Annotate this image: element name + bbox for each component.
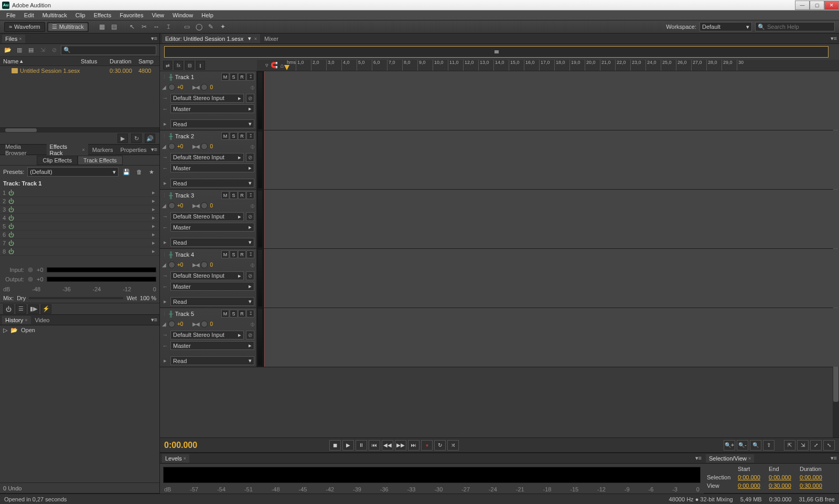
fx-slot[interactable]: 2 ⏻ ▸ <box>0 197 159 205</box>
panel-menu-icon[interactable]: ▾≡ <box>831 455 839 462</box>
delete-preset-icon[interactable]: 🗑 <box>134 167 144 177</box>
brush-tool-icon[interactable]: ✎ <box>206 22 216 32</box>
spot-heal-tool-icon[interactable]: ✦ <box>218 22 228 32</box>
forward-button[interactable]: ▶▶ <box>395 440 406 451</box>
automation-dropdown[interactable]: Read▾ <box>170 238 254 247</box>
fx-slot-power-icon[interactable]: ⏻ <box>8 248 17 255</box>
track-name[interactable]: Track 3 <box>175 192 219 199</box>
monitor-button[interactable]: 𝙸 <box>246 132 254 140</box>
tab-levels[interactable]: Levels× <box>162 454 189 463</box>
new-file-icon[interactable]: ▥ <box>15 46 24 55</box>
subtab-track-effects[interactable]: Track Effects <box>78 156 123 165</box>
input-mute-icon[interactable]: ⊘ <box>246 271 254 280</box>
rewind-button[interactable]: ◀◀ <box>382 440 393 451</box>
input-dropdown[interactable]: Default Stereo Input▸ <box>170 271 244 280</box>
tab-markers[interactable]: Markers <box>89 146 116 154</box>
automation-expand-icon[interactable]: ▸ <box>162 120 168 127</box>
arm-record-button[interactable]: R <box>238 132 246 140</box>
solo-button[interactable]: S <box>230 310 238 317</box>
output-dropdown[interactable]: Master▸ <box>170 163 254 172</box>
menu-view[interactable]: View <box>147 12 168 18</box>
automation-expand-icon[interactable]: ▸ <box>162 180 168 187</box>
volume-knob[interactable] <box>168 261 175 268</box>
insert-icon[interactable]: ⇲ <box>38 46 47 55</box>
zoom-in-track-button[interactable]: ⇱ <box>784 440 795 451</box>
volume-value[interactable]: +0 <box>177 144 183 149</box>
volume-value[interactable]: +0 <box>177 203 183 209</box>
automation-dropdown[interactable]: Read▾ <box>170 119 254 128</box>
output-dropdown[interactable]: Master▸ <box>170 104 254 113</box>
output-dropdown[interactable]: Master▸ <box>170 282 254 291</box>
mute-button[interactable]: M <box>221 73 229 81</box>
volume-value[interactable]: +0 <box>177 262 183 268</box>
fx-list-button[interactable]: ☰ <box>16 304 26 314</box>
mute-button[interactable]: M <box>221 250 229 258</box>
chevron-right-icon[interactable]: ▸ <box>152 198 159 204</box>
volume-knob[interactable] <box>168 143 175 150</box>
solo-button[interactable]: S <box>230 250 238 258</box>
fx-slot-power-icon[interactable]: ⏻ <box>8 198 17 204</box>
slip-tool-icon[interactable]: ↔ <box>152 22 162 32</box>
fx-bypass-button[interactable]: ⚡ <box>41 304 51 314</box>
volume-knob[interactable] <box>168 321 175 327</box>
automation-expand-icon[interactable]: ▸ <box>162 298 168 305</box>
loop-preview-button[interactable]: ↻ <box>131 134 142 143</box>
marquee-tool-icon[interactable]: ▭ <box>182 22 192 32</box>
pause-button[interactable]: ⏸ <box>356 440 367 451</box>
close-icon[interactable]: × <box>748 456 751 461</box>
arm-record-button[interactable]: R <box>238 191 246 199</box>
pan-knob[interactable] <box>201 202 208 209</box>
arm-record-button[interactable]: R <box>238 250 246 258</box>
close-icon[interactable]: × <box>253 36 257 41</box>
track-lane[interactable] <box>264 308 839 367</box>
close-icon[interactable]: × <box>25 317 27 323</box>
lasso-tool-icon[interactable]: ◯ <box>194 22 204 32</box>
fx-slot[interactable]: 4 ⏻ ▸ <box>0 214 159 222</box>
search-help-box[interactable]: 🔍 <box>755 22 835 31</box>
spectral-pitch-icon[interactable]: ▤ <box>109 22 119 32</box>
ruler-marker-icon[interactable]: ▿ <box>265 62 268 69</box>
menu-clip[interactable]: Clip <box>71 12 90 18</box>
subtab-clip-effects[interactable]: Clip Effects <box>37 156 77 165</box>
phase-icon[interactable]: ⦶ <box>251 143 254 150</box>
phase-icon[interactable]: ⦶ <box>251 202 254 209</box>
chevron-right-icon[interactable]: ▸ <box>152 223 159 229</box>
fx-power-button[interactable]: ⏻ <box>3 304 14 314</box>
zoom-out-track-button[interactable]: ⇲ <box>797 440 809 451</box>
close-icon[interactable]: × <box>19 36 21 41</box>
autoplay-button[interactable]: 🔊 <box>145 134 155 143</box>
fx-slot[interactable]: 3 ⏻ ▸ <box>0 205 159 214</box>
chevron-right-icon[interactable]: ▸ <box>152 239 159 246</box>
zoom-sel-out-button[interactable]: ⤡ <box>823 440 835 451</box>
col-name[interactable]: Name▴ <box>0 58 81 64</box>
fx-slot[interactable]: 7 ⏻ ▸ <box>0 239 159 247</box>
import-icon[interactable]: ▤ <box>26 46 36 55</box>
close-icon[interactable]: × <box>184 456 186 461</box>
phase-icon[interactable]: ⦶ <box>251 261 254 268</box>
ruler-snap-icon[interactable]: 🧲 <box>271 62 278 69</box>
time-select-tool-icon[interactable]: 𝙸 <box>164 22 174 32</box>
pan-value[interactable]: 0 <box>210 321 213 327</box>
tab-selection-view[interactable]: Selection/View× <box>706 454 754 463</box>
chevron-right-icon[interactable]: ▸ <box>152 206 159 213</box>
search-help-input[interactable] <box>767 24 839 30</box>
selection-start[interactable]: 0:00.000 <box>738 474 767 480</box>
close-file-icon[interactable]: ⊘ <box>49 46 59 55</box>
pan-value[interactable]: 0 <box>210 84 213 90</box>
open-file-icon[interactable]: 📂 <box>3 46 13 55</box>
volume-value[interactable]: +0 <box>177 321 183 327</box>
spectral-freq-icon[interactable]: ▦ <box>97 22 107 32</box>
history-item[interactable]: ▷ 📂 Open <box>0 325 159 335</box>
solo-button[interactable]: S <box>230 132 238 140</box>
chevron-right-icon[interactable]: ▸ <box>152 248 159 255</box>
fx-slot[interactable]: 5 ⏻ ▸ <box>0 222 159 231</box>
monitor-button[interactable]: 𝙸 <box>246 310 254 317</box>
monitor-button[interactable]: 𝙸 <box>246 250 254 258</box>
go-end-button[interactable]: ⏭ <box>408 440 420 451</box>
menu-multitrack[interactable]: Multitrack <box>38 12 71 18</box>
fx-slot[interactable]: 6 ⏻ ▸ <box>0 231 159 239</box>
tab-files[interactable]: Files× <box>2 35 25 43</box>
output-dropdown[interactable]: Master▸ <box>170 341 254 350</box>
menu-help[interactable]: Help <box>197 12 218 18</box>
pan-knob[interactable] <box>201 321 208 327</box>
